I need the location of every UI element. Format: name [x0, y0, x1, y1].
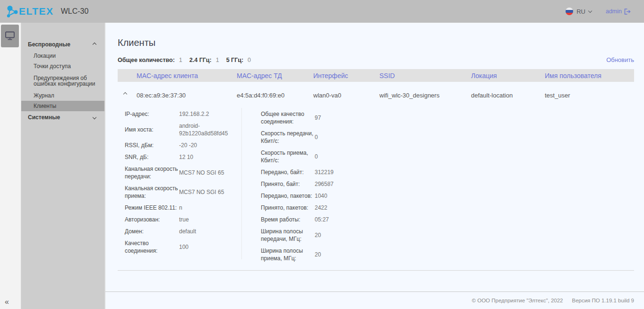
client-counts: Общее количество: 1 2.4 ГГц: 1 5 ГГц: 0 …	[118, 56, 634, 63]
russian-flag-icon	[566, 8, 573, 15]
detail-label: Домен:	[125, 228, 179, 235]
detail-label: Скорость передачи, Кбит/с:	[261, 130, 315, 145]
detail-value: 20	[315, 231, 377, 239]
detail-value: n	[179, 204, 241, 212]
footer: © ООО Предприятие "Элтекс", 2022 Версия …	[105, 291, 644, 309]
nav-item-clients[interactable]: Клиенты	[21, 101, 104, 111]
detail-label: Качество соединения:	[125, 239, 179, 255]
chevron-down-icon[interactable]	[588, 9, 592, 12]
cell-client-mac: 08:ec:a9:3e:37:30	[137, 82, 237, 108]
details-divider	[241, 108, 242, 259]
detail-value: true	[179, 216, 241, 223]
device-name: WLC-30	[61, 7, 89, 16]
count-total-value: 1	[179, 57, 182, 63]
footer-version: Версия ПО 1.19.1 build 9	[572, 298, 634, 303]
footer-copyright: © ООО Предприятие "Элтекс", 2022	[472, 298, 563, 303]
detail-label: IP-адрес:	[125, 110, 179, 118]
detail-value: default	[179, 228, 241, 235]
detail-label: Передано, байт:	[261, 168, 315, 176]
page-title: Клиенты	[118, 37, 634, 48]
icon-rail: «	[0, 23, 21, 309]
detail-label: Канальная скорость приема:	[125, 185, 179, 200]
cell-ap-mac: e4:5a:d4:f0:69:e0	[237, 82, 313, 108]
detail-value: 192.168.2.2	[179, 110, 241, 118]
detail-label: Принято, пакетов:	[261, 204, 315, 212]
language-selector[interactable]: RU	[576, 8, 585, 15]
detail-value: 97	[315, 114, 377, 122]
count-24ghz-value: 1	[216, 57, 219, 63]
monitor-icon	[5, 31, 15, 41]
username[interactable]: admin	[606, 8, 622, 15]
detail-label: Авторизован:	[125, 216, 179, 223]
cell-location: default-location	[471, 82, 545, 108]
eltex-logo: ELTEX	[6, 5, 54, 18]
detail-value: 05:27	[315, 216, 377, 223]
detail-value: 1040	[315, 192, 377, 200]
chevron-down-icon	[93, 115, 96, 119]
detail-label: SNR, дБ:	[125, 153, 179, 161]
cell-interface: wlan0-va0	[313, 82, 379, 108]
detail-label: Общее качество соединения:	[261, 110, 315, 125]
nav-section-system[interactable]: Системные	[21, 111, 104, 124]
refresh-button[interactable]: Обновить	[606, 56, 634, 63]
count-total-label: Общее количество:	[118, 57, 175, 63]
detail-label: Ширина полосы приема, МГц:	[261, 247, 315, 262]
cell-username: test_user	[545, 82, 634, 108]
col-ssid[interactable]: SSID	[379, 69, 471, 82]
nav-item-locations[interactable]: Локации	[21, 51, 104, 61]
nav-item-config-warnings[interactable]: Предупреждения об ошибках конфигурации	[21, 71, 104, 90]
eltex-logo-icon	[6, 5, 18, 18]
count-5ghz-label: 5 ГГц:	[226, 57, 243, 63]
detail-value: MCS7 NO SGI 65	[179, 169, 241, 177]
detail-value: 0	[315, 133, 377, 141]
sidebar-nav: Беспроводные Локации Точки доступа Преду…	[21, 23, 105, 309]
detail-label: Передано, пакетов:	[261, 192, 315, 200]
collapse-row-icon[interactable]	[123, 92, 127, 96]
sidebar-collapse-button[interactable]: «	[5, 298, 9, 306]
detail-value: 312219	[315, 168, 377, 176]
detail-value: 20	[315, 251, 377, 258]
nav-section-wireless[interactable]: Беспроводные	[21, 38, 104, 51]
user-menu[interactable]: admin	[606, 8, 631, 15]
detail-label: Ширина полосы передачи, МГц:	[261, 228, 315, 243]
nav-item-journal[interactable]: Журнал	[21, 90, 104, 101]
main-content: Клиенты Общее количество: 1 2.4 ГГц: 1 5…	[105, 23, 644, 309]
detail-value: 12 10	[179, 153, 241, 161]
cell-ssid: wifi_wlc-30_designers	[379, 82, 471, 108]
monitoring-rail-button[interactable]	[1, 25, 19, 47]
count-24ghz-label: 2.4 ГГц:	[189, 57, 212, 63]
detail-label: Имя хоста:	[125, 126, 179, 133]
col-ap-mac[interactable]: MAC-адрес ТД	[237, 69, 313, 82]
nav-item-access-points[interactable]: Точки доступа	[21, 61, 104, 71]
table-header: MAC-адрес клиента MAC-адрес ТД Интерфейс…	[118, 69, 634, 82]
table-row[interactable]: 08:ec:a9:3e:37:30 e4:5a:d4:f0:69:e0 wlan…	[118, 82, 634, 108]
col-username[interactable]: Имя пользователя	[545, 69, 634, 82]
col-location[interactable]: Локация	[471, 69, 545, 82]
logout-icon[interactable]	[624, 9, 631, 15]
detail-value: android-92b1220a8d58fd45	[179, 122, 241, 137]
detail-value: 2422	[315, 204, 377, 212]
logo-text: ELTEX	[19, 6, 54, 17]
detail-value: -20 -20	[179, 141, 241, 149]
detail-label: Время работы:	[261, 216, 315, 223]
detail-label: Скорость приема, Кбит/с:	[261, 149, 315, 164]
client-details: IP-адрес:192.168.2.2 Имя хоста:android-9…	[118, 108, 634, 271]
detail-value: 296587	[315, 180, 377, 188]
detail-value: MCS7 NO SGI 65	[179, 188, 241, 196]
detail-value: 0	[315, 153, 377, 160]
count-5ghz-value: 0	[248, 57, 251, 63]
app-header: ELTEX WLC-30 RU admin	[0, 0, 644, 23]
col-interface[interactable]: Интерфейс	[313, 69, 379, 82]
detail-label: Канальная скорость передачи:	[125, 165, 179, 180]
detail-label: Принято, байт:	[261, 180, 315, 188]
chevron-up-icon	[93, 43, 96, 46]
col-client-mac[interactable]: MAC-адрес клиента	[137, 69, 237, 82]
detail-label: RSSI, дБм:	[125, 141, 179, 149]
detail-label: Режим IEEE 802.11:	[125, 204, 179, 212]
detail-value: 100	[179, 243, 241, 251]
